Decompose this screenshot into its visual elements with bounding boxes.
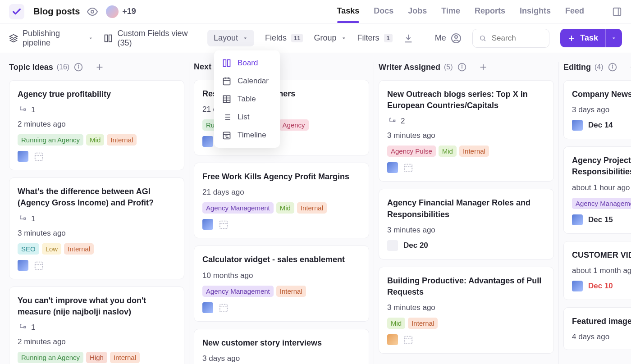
tag: Internal: [64, 243, 94, 255]
column-count: (4): [594, 63, 604, 71]
kanban-board: Topic Ideas (16) Agency true profitabili…: [0, 53, 631, 364]
new-task-button[interactable]: Task: [560, 29, 605, 47]
logo-checkmark-icon: [12, 7, 22, 17]
assignee-avatar[interactable]: [202, 302, 213, 313]
view-selector[interactable]: Custom Fields view (35): [104, 29, 197, 48]
me-filter[interactable]: Me: [435, 33, 462, 44]
fields-button[interactable]: Fields 11: [265, 33, 303, 43]
tag: SEO: [18, 243, 39, 255]
card-time: 3 days ago: [572, 105, 631, 114]
group-dropdown[interactable]: Group: [314, 33, 346, 43]
column-header: Writer Assigned (5): [379, 62, 554, 72]
add-card-button[interactable]: [95, 62, 105, 72]
tag: Internal: [459, 146, 489, 157]
assignee-avatar[interactable]: [387, 240, 398, 251]
info-icon[interactable]: [74, 63, 83, 72]
task-card[interactable]: Agency Financial Manager Roles and Respo…: [379, 189, 554, 259]
layout-opt-board[interactable]: Board: [214, 54, 280, 72]
add-card-button[interactable]: [629, 62, 631, 72]
nav-tasks[interactable]: Tasks: [337, 6, 360, 17]
due-date-icon[interactable]: [34, 151, 44, 161]
task-card[interactable]: You can't improve what you don't measure…: [9, 287, 184, 364]
nav-insights[interactable]: Insights: [520, 6, 551, 17]
layout-opt-list[interactable]: List: [214, 108, 280, 126]
nav-docs[interactable]: Docs: [374, 6, 393, 17]
list-icon: [222, 113, 231, 122]
visibility-icon[interactable]: [87, 6, 98, 17]
filters-button[interactable]: Filters 1: [357, 33, 393, 43]
pipeline-dropdown[interactable]: Publishing pipeline: [9, 29, 93, 48]
tag: Internal: [408, 318, 438, 329]
assignee-avatar[interactable]: [572, 281, 583, 291]
card-time: 10 months ago: [202, 271, 361, 280]
assignee-avatar[interactable]: [18, 151, 28, 162]
column-title: Editing: [563, 63, 591, 72]
card-tags: Agency Pulse Mid Internal: [387, 146, 545, 157]
nav-jobs[interactable]: Jobs: [408, 6, 427, 17]
svg-rect-14: [224, 78, 230, 85]
tag: Agency Pulse: [387, 146, 436, 157]
task-card[interactable]: Building Productive: Advantages of Pull …: [379, 267, 554, 354]
svg-point-52: [462, 65, 462, 65]
task-card[interactable]: Featured image za 4 days ago: [563, 307, 631, 350]
assignee-avatar[interactable]: [387, 334, 398, 345]
task-card[interactable]: What's the difference between AGI (Agenc…: [9, 177, 184, 279]
due-date-icon[interactable]: [219, 303, 229, 313]
task-card[interactable]: New Outreach blogs series: Top X in Euro…: [379, 80, 554, 182]
nav-time[interactable]: Time: [441, 6, 460, 17]
assignee-avatar[interactable]: [18, 260, 28, 271]
avatar-extra-count: +19: [122, 7, 136, 16]
assignee-avatar[interactable]: [572, 120, 583, 131]
subtask-icon: [18, 214, 27, 223]
download-button[interactable]: [403, 33, 413, 43]
subtask-count: 1: [31, 105, 35, 114]
assignee-avatar[interactable]: [387, 162, 398, 173]
assignee-avatar[interactable]: [572, 214, 583, 225]
task-card[interactable]: Company News: w post 3 days ago Dec 14: [563, 80, 631, 139]
task-card[interactable]: New customer story interviews 3 days ago: [194, 329, 369, 364]
new-task-split-button[interactable]: [605, 29, 622, 47]
card-time: about 1 month ago: [572, 266, 631, 275]
layout-opt-table[interactable]: Table: [214, 90, 280, 108]
card-time: 2 minutes ago: [18, 337, 176, 346]
task-card[interactable]: Agency true profitability 1 2 minutes ag…: [9, 80, 184, 170]
download-icon: [403, 33, 413, 43]
app-logo[interactable]: [9, 4, 24, 19]
due-date-icon[interactable]: [403, 335, 413, 345]
card-time: 3 minutes ago: [18, 229, 176, 238]
info-icon[interactable]: [608, 63, 617, 72]
pipeline-label: Publishing pipeline: [23, 29, 84, 48]
assignee-avatar[interactable]: [202, 136, 213, 147]
due-date-icon[interactable]: [403, 163, 413, 173]
svg-point-7: [455, 36, 457, 38]
layout-label: Layout: [214, 33, 238, 43]
add-card-button[interactable]: [478, 62, 488, 72]
svg-rect-38: [35, 153, 43, 161]
layout-opt-timeline[interactable]: Timeline: [214, 126, 280, 144]
assignee-avatar[interactable]: [202, 219, 213, 230]
task-card[interactable]: Calculator widget - sales enablement 10 …: [194, 246, 369, 321]
info-icon[interactable]: [457, 63, 466, 72]
tag: Mid: [276, 202, 294, 214]
layout-opt-calendar[interactable]: Calendar: [214, 72, 280, 90]
nav-reports[interactable]: Reports: [475, 6, 505, 17]
task-card[interactable]: Free Work Kills Agency Profit Margins 21…: [194, 163, 369, 238]
svg-rect-4: [105, 35, 108, 41]
search-box[interactable]: [472, 29, 550, 48]
card-tags: SEO Low Internal: [18, 243, 176, 255]
layout-dropdown-trigger[interactable]: Layout: [207, 30, 254, 46]
svg-rect-56: [405, 164, 412, 172]
svg-point-62: [612, 65, 613, 65]
due-date: Dec 15: [588, 215, 613, 224]
due-date-icon[interactable]: [219, 219, 229, 229]
fields-label: Fields: [265, 33, 287, 43]
nav-feed[interactable]: Feed: [565, 6, 584, 17]
svg-line-9: [484, 39, 485, 41]
task-card[interactable]: CUSTOMER VIDEO about 1 month ago Dec 10: [563, 241, 631, 300]
member-avatars[interactable]: +19: [105, 5, 136, 19]
search-icon: [479, 34, 486, 43]
task-card[interactable]: Agency Project Ma Responsibilities about…: [563, 146, 631, 233]
search-input[interactable]: [492, 34, 543, 43]
due-date-icon[interactable]: [34, 260, 44, 270]
panel-toggle-icon[interactable]: [612, 7, 622, 17]
